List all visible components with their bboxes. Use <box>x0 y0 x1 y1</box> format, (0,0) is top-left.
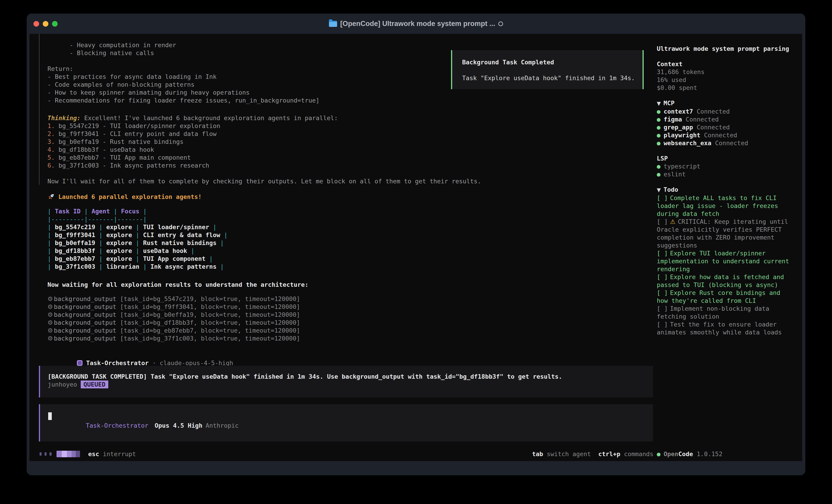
progress-spinner-icon <box>56 451 80 457</box>
folder-icon <box>329 21 337 27</box>
mcp-item: ●grep_app Connected <box>657 123 795 131</box>
ctrlp-action-label: commands <box>624 450 653 457</box>
lsp-heading: LSP <box>657 155 795 162</box>
mcp-item: ●websearch_exa Connected <box>657 139 795 147</box>
terminal-content: - Heavy computation in render - Blocking… <box>29 34 802 461</box>
status-dot-icon: ● <box>657 140 660 146</box>
list-item: 2.bg_f9ff3041 - CLI entry point and data… <box>48 130 481 138</box>
list-item: 1.bg_5547c219 - TUI loader/spinner explo… <box>48 122 481 130</box>
agent-badge-icon <box>77 360 82 366</box>
mcp-heading: MCP <box>664 100 675 107</box>
todo-item: [ ]Explore Rust core bindings and how th… <box>657 289 795 305</box>
window-controls <box>33 13 58 34</box>
terminal-window: [OpenCode] Ultrawork mode system prompt … <box>27 13 805 475</box>
todo-heading: Todo <box>664 186 678 193</box>
ctrlp-key-hint: ctrl+p <box>598 450 620 457</box>
agent-name: Task-Orchestrator <box>86 360 149 366</box>
prompt-input-area[interactable]: Task-OrchestratorOpus 4.5 HighAnthropic <box>39 404 653 442</box>
lsp-section: LSP ●typescript ●eslint <box>657 155 795 178</box>
status-dot-icon: ● <box>657 124 660 131</box>
table-row: |bg_df18bb3f|explore|useData hook| <box>48 247 228 255</box>
chevron-down-icon[interactable]: ▼ <box>657 101 661 106</box>
session-title: Ultrawork mode system prompt parsing <box>657 45 795 53</box>
thinking-block: Thinking: Excellent! I've launched 6 bac… <box>48 114 481 185</box>
mcp-item: ●figma Connected <box>657 115 795 123</box>
tool-call: ⚙background_output [task_id=bg_b0effa19,… <box>48 311 300 318</box>
launch-banner: Launched 6 parallel exploration agents! <box>48 193 202 201</box>
tab-key-hint: tab <box>532 450 543 457</box>
status-dot-icon: ● <box>657 450 660 457</box>
mcp-item: ●playwright Connected <box>657 131 795 139</box>
chevron-down-icon[interactable]: ▼ <box>657 187 661 193</box>
toast-body: Task "Explore useData hook" finished in … <box>462 74 643 82</box>
todo-section: ▼Todo [ ]Complete ALL tasks to fix CLI l… <box>657 186 795 336</box>
list-item: 5.bg_eb87ebb7 - TUI App main component <box>48 153 481 162</box>
status-circle-icon <box>498 22 503 26</box>
window-title: [OpenCode] Ultrawork mode system prompt … <box>340 20 495 28</box>
list-item: 6.bg_37f1c003 - Ink async patterns resea… <box>48 162 481 169</box>
thinking-intro: Excellent! I've launched 6 background ex… <box>80 114 338 121</box>
zoom-window-button[interactable] <box>52 21 58 27</box>
thinking-outro: Now I'll wait for all of them to complet… <box>48 177 481 185</box>
table-row: |bg_b0effa19|explore|Rust native binding… <box>48 239 228 247</box>
status-badge: QUEUED <box>81 381 108 388</box>
context-spent: $0.00 spent <box>657 84 795 92</box>
mcp-section: ▼MCP ●context7 Connected ●figma Connecte… <box>657 99 795 147</box>
active-agent: Task-Orchestrator <box>86 422 148 429</box>
table-row: |bg_eb87ebb7|explore|TUI App component| <box>48 255 228 262</box>
context-section: Context 31,686 tokens 16% used $0.00 spe… <box>657 60 795 92</box>
todo-item: [ ]Explore how data is fetched and passe… <box>657 273 795 289</box>
tool-call: ⚙background_output [task_id=bg_eb87ebb7,… <box>48 327 300 334</box>
table-row: |bg_37f1c003|librarian|Ink async pattern… <box>48 262 228 271</box>
list-item: 4.bg_df18bb3f - useData hook <box>48 146 481 153</box>
warning-icon: ⚠ <box>670 218 676 225</box>
gear-icon: ⚙ <box>48 327 53 334</box>
lsp-item: ●eslint <box>657 170 795 178</box>
mcp-item: ●context7 Connected <box>657 108 795 115</box>
task-completed-text: [BACKGROUND TASK COMPLETED] Task "Explor… <box>48 372 653 381</box>
model-name: claude-opus-4-5-high <box>160 360 233 366</box>
table-separator-row: |---------|-------|-------| <box>48 215 228 223</box>
session-sidebar: Ultrawork mode system prompt parsing Con… <box>657 34 802 461</box>
gear-icon: ⚙ <box>48 311 53 318</box>
thinking-block-border <box>39 34 40 185</box>
tab-action-label: switch agent <box>547 450 591 457</box>
active-model: Opus 4.5 High <box>155 422 202 429</box>
tool-call: ⚙background_output [task_id=bg_5547c219,… <box>48 295 300 303</box>
status-dot-icon: ● <box>657 116 660 123</box>
spinner-dots-icon <box>40 452 52 456</box>
minimize-window-button[interactable] <box>43 21 48 27</box>
window-titlebar[interactable]: [OpenCode] Ultrawork mode system prompt … <box>27 13 805 34</box>
todo-item: [ ]Complete ALL tasks to fix CLI loader … <box>657 194 795 218</box>
close-window-button[interactable] <box>33 21 39 27</box>
context-tokens: 31,686 tokens <box>657 68 795 76</box>
toast-title: Background Task Completed <box>462 58 643 66</box>
status-dot-icon: ● <box>657 171 660 178</box>
tool-call-list: ⚙background_output [task_id=bg_5547c219,… <box>48 295 300 342</box>
statusbar-left: esc interrupt <box>40 450 136 458</box>
lsp-item: ●typescript <box>657 162 795 170</box>
desktop-background: [OpenCode] Ultrawork mode system prompt … <box>0 0 832 504</box>
status-dot-icon: ● <box>657 108 660 115</box>
gear-icon: ⚙ <box>48 303 53 310</box>
todo-item: [ ]Implement non-blocking data fetching … <box>657 305 795 320</box>
app-version: ●OpenCode 1.0.152 <box>657 450 722 458</box>
task-table: |Task ID|Agent|Focus| |---------|-------… <box>48 207 228 271</box>
username: junhoyeo <box>48 381 77 388</box>
gear-icon: ⚙ <box>48 335 53 342</box>
esc-key-hint: esc <box>88 450 99 458</box>
table-header-row: |Task ID|Agent|Focus| <box>48 207 228 215</box>
rocket-icon <box>48 193 55 200</box>
tool-call: ⚙background_output [task_id=bg_df18bb3f,… <box>48 318 300 327</box>
table-row: |bg_f9ff3041|explore|CLI entry & data fl… <box>48 231 228 239</box>
list-item: 3.bg_b0effa19 - Rust native bindings <box>48 138 481 146</box>
statusbar-right: tab switch agent ctrl+p commands <box>532 450 654 458</box>
tool-call: ⚙background_output [task_id=bg_37f1c003,… <box>48 334 300 342</box>
tool-result-text: - Heavy computation in render - Blocking… <box>48 41 319 104</box>
tool-call: ⚙background_output [task_id=bg_f9ff3041,… <box>48 303 300 311</box>
status-dot-icon: ● <box>657 163 660 170</box>
notification-toast[interactable]: Background Task Completed Task "Explore … <box>451 50 644 89</box>
context-used: 16% used <box>657 76 795 84</box>
todo-item: [ ]Explore TUI loader/spinner implementa… <box>657 249 795 273</box>
context-heading: Context <box>657 60 795 68</box>
